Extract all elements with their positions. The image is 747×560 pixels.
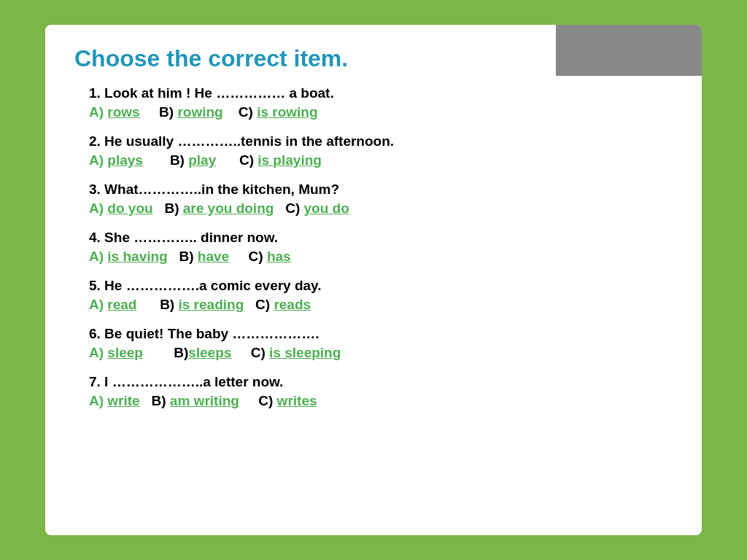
q6-a-label: A) [89, 345, 107, 360]
question-3-text: 3. What…………..in the kitchen, Mum? [89, 182, 673, 198]
q1-c-sep: C) [227, 104, 257, 120]
q1-c-answer: is rowing [257, 104, 317, 120]
q3-a-answer: do you [107, 201, 152, 216]
q5-a-label: A) [89, 297, 107, 312]
q1-a-label: A) [89, 104, 107, 120]
q6-b-answer: sleeps [188, 345, 231, 360]
q5-b-sep: B) [141, 297, 179, 312]
questions-list: 1. Look at him ! He …………… a boat. A) row… [89, 85, 673, 409]
q3-b-sep: B) [157, 201, 183, 216]
q7-c-sep: C) [243, 393, 276, 408]
q5-c-sep: C) [248, 297, 274, 312]
q3-a-label: A) [89, 201, 107, 216]
question-7: 7. I ………………..a letter now. A) write B) a… [89, 374, 673, 409]
q7-b-sep: B) [144, 393, 170, 408]
q3-c-sep: C) [278, 201, 304, 216]
q6-c-answer: is sleeping [269, 345, 341, 360]
q2-a-label: A) [89, 152, 107, 168]
q5-a-answer: read [107, 297, 136, 312]
outer-container: Choose the correct item. 1. Look at him … [23, 18, 724, 542]
q2-c-answer: is playing [258, 152, 322, 168]
question-3-options: A) do you B) are you doing C) you do [89, 201, 673, 217]
q7-c-answer: writes [277, 393, 317, 408]
card: Choose the correct item. 1. Look at him … [45, 25, 702, 535]
question-5-options: A) read B) is reading C) reads [89, 297, 673, 313]
question-1: 1. Look at him ! He …………… a boat. A) row… [89, 85, 673, 120]
question-6-text: 6. Be quiet! The baby ………………. [89, 326, 673, 342]
question-1-text: 1. Look at him ! He …………… a boat. [89, 85, 673, 101]
question-5-text: 5. He …………….a comic every day. [89, 278, 673, 294]
q7-b-answer: am writing [170, 393, 239, 408]
q1-b-sep: B) [144, 104, 177, 120]
q3-c-answer: you do [304, 201, 349, 216]
q7-a-label: A) [89, 393, 107, 408]
q5-b-answer: is reading [178, 297, 244, 312]
question-4: 4. She ………….. dinner now. A) is having B… [89, 230, 673, 265]
question-2-text: 2. He usually …………..tennis in the aftern… [89, 133, 673, 149]
q4-c-answer: has [267, 249, 291, 264]
q2-b-answer: play [188, 152, 216, 168]
q6-a-answer: sleep [107, 345, 143, 360]
question-2-options: A) plays B) play C) is playing [89, 152, 673, 168]
q6-b-sep: B) [147, 345, 188, 360]
q4-b-sep: B) [171, 249, 198, 264]
q2-a-answer: plays [107, 152, 143, 168]
q1-a-answer: rows [107, 104, 139, 120]
question-5: 5. He …………….a comic every day. A) read B… [89, 278, 673, 313]
question-7-options: A) write B) am writing C) writes [89, 393, 673, 409]
q3-b-answer: are you doing [183, 201, 274, 216]
q5-c-answer: reads [274, 297, 311, 312]
question-4-options: A) is having B) have C) has [89, 249, 673, 265]
q1-b-answer: rowing [177, 104, 222, 120]
question-6: 6. Be quiet! The baby ………………. A) sleep B… [89, 326, 673, 361]
question-6-options: A) sleep B)sleeps C) is sleeping [89, 345, 673, 361]
q4-a-answer: is having [107, 249, 167, 264]
question-4-text: 4. She ………….. dinner now. [89, 230, 673, 246]
question-3: 3. What…………..in the kitchen, Mum? A) do … [89, 182, 673, 217]
q4-c-sep: C) [233, 249, 266, 264]
question-1-options: A) rows B) rowing C) is rowing [89, 104, 673, 120]
question-2: 2. He usually …………..tennis in the aftern… [89, 133, 673, 168]
q6-c-sep: C) [236, 345, 269, 360]
q2-b-sep: B) [147, 152, 188, 168]
question-7-text: 7. I ………………..a letter now. [89, 374, 673, 390]
q4-b-answer: have [198, 249, 229, 264]
q7-a-answer: write [107, 393, 139, 408]
top-right-decoration [556, 25, 702, 76]
q2-c-sep: C) [220, 152, 258, 168]
q4-a-label: A) [89, 249, 107, 264]
